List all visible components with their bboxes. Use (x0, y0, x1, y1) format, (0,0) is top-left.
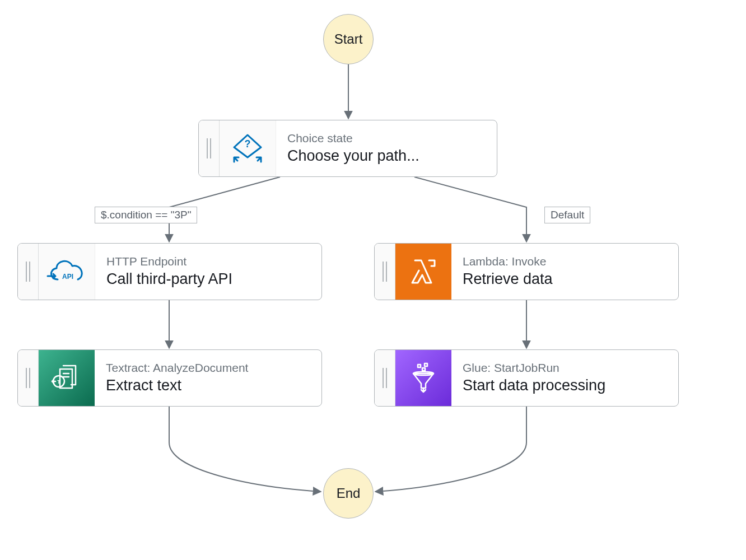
drag-handle-icon (375, 350, 395, 406)
node-http-endpoint[interactable]: API HTTP Endpoint Call third-party API (17, 243, 322, 300)
node-type-label: Lambda: Invoke (463, 253, 667, 269)
node-name-label: Retrieve data (463, 269, 667, 289)
node-glue[interactable]: Glue: StartJobRun Start data processing (374, 349, 679, 407)
node-type-label: Textract: AnalyzeDocument (106, 360, 310, 376)
drag-handle-icon (199, 120, 220, 176)
end-terminal[interactable]: End (323, 468, 374, 519)
svg-rect-17 (418, 365, 421, 367)
node-name-label: Call third-party API (106, 269, 310, 289)
node-textract[interactable]: T Textract: AnalyzeDocument Extract text (17, 349, 322, 407)
drag-handle-icon (375, 244, 395, 300)
edge-label-condition: $.condition == "3P" (95, 207, 197, 223)
node-choice[interactable]: ? Choice state Choose your path... (198, 120, 497, 177)
svg-text:?: ? (245, 138, 251, 150)
drag-handle-icon (18, 244, 39, 300)
svg-text:API: API (62, 273, 73, 281)
node-type-label: HTTP Endpoint (106, 253, 310, 269)
drag-handle-icon (18, 350, 39, 406)
choice-icon: ? (220, 120, 276, 176)
svg-rect-19 (422, 368, 425, 371)
edge-label-default: Default (544, 207, 590, 223)
textract-icon: T (39, 350, 95, 406)
end-label: End (337, 486, 361, 501)
api-cloud-icon: API (39, 244, 95, 300)
node-type-label: Glue: StartJobRun (463, 360, 667, 376)
lambda-icon (395, 244, 451, 300)
node-lambda-invoke[interactable]: Lambda: Invoke Retrieve data (374, 243, 679, 300)
node-name-label: Start data processing (463, 376, 667, 395)
glue-funnel-icon (395, 350, 451, 406)
start-terminal[interactable]: Start (323, 14, 374, 64)
start-label: Start (334, 31, 363, 47)
svg-text:T: T (57, 379, 60, 385)
node-name-label: Extract text (106, 376, 310, 395)
workflow-canvas: Start ? Choice state Choose your path...… (0, 0, 746, 560)
node-name-label: Choose your path... (287, 146, 486, 166)
node-type-label: Choice state (287, 130, 486, 146)
svg-rect-18 (425, 363, 427, 366)
